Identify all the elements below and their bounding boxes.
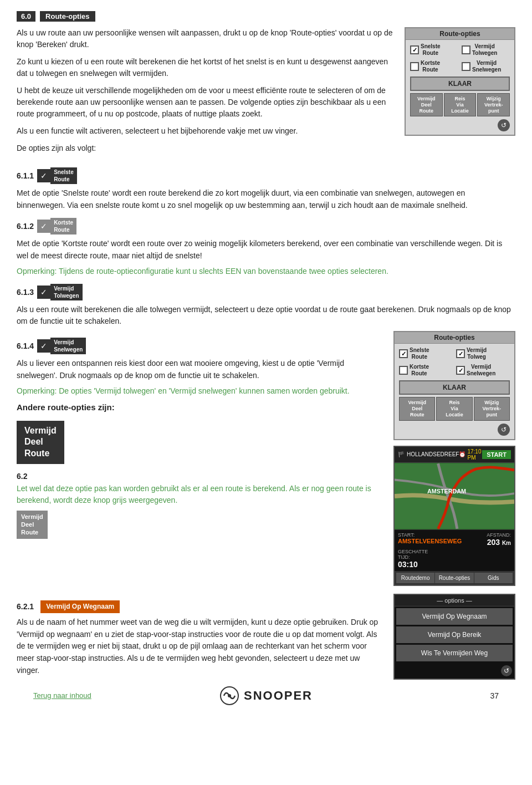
vermijd-deel-route-btn-1[interactable]: VermijdDeelRoute xyxy=(410,93,443,116)
section-613-number: 6.1.3 xyxy=(17,288,34,297)
vermijd-deel-route-btn-2[interactable]: VermijdDeelRoute xyxy=(399,397,435,420)
cb-vermijd-tolwegen-box[interactable] xyxy=(462,45,470,54)
cb2-snelste-route-box[interactable] xyxy=(399,349,408,358)
route-opties-btn[interactable]: Route-opties xyxy=(435,573,473,583)
cb2-vermijd-snelwegen[interactable]: VermijdSnelwegen xyxy=(456,364,510,377)
cb2-kortste-route-label: KortsteRoute xyxy=(410,364,429,377)
section-612-note: Opmerking: Tijdens de route-optieconfigu… xyxy=(17,266,515,277)
section-621-text: Als u de naam of het nummer weet van de … xyxy=(17,616,382,676)
wijzig-vertrekpunt-btn-1[interactable]: WijzigVertrek-punt xyxy=(477,93,510,116)
cb2-kortste-route[interactable]: KortsteRoute xyxy=(399,364,453,377)
vow-btn-2[interactable]: Vermijd Op Bereik xyxy=(396,626,513,643)
cb2-snelste-route[interactable]: SnelsteRoute xyxy=(399,347,453,360)
gids-btn[interactable]: Gids xyxy=(474,573,513,583)
vow-screen: — options — Vermijd Op Wegnaam Vermijd O… xyxy=(393,594,515,680)
cb2-vermijd-snelwegen-label: VermijdSnelwegen xyxy=(467,364,495,377)
nav-location-text: HOLLANDSEDREEF xyxy=(407,451,459,457)
nav-start-value: AMSTELVEENSEWEG xyxy=(398,538,462,544)
section-614-label: Vermijd Snelwegen xyxy=(50,338,86,354)
section-62-container: 6.2 Let wel dat deze optie pas kan worde… xyxy=(17,472,382,506)
cb2-vermijd-tol-box[interactable] xyxy=(456,349,465,358)
footer-logo: SNOOPER xyxy=(188,686,344,706)
nav-info-row: START: AMSTELVEENSEWEG AFSTAND: 203 Km xyxy=(398,532,511,547)
section-614-text: Als u liever een ontspannen reis kiest d… xyxy=(17,358,382,381)
section-612-header: 6.1.2 ✓ Kortste Route xyxy=(17,218,515,235)
section-611-label: Snelste Route xyxy=(50,167,77,184)
section-613-text: Als u een route wilt berekenen die alle … xyxy=(17,304,515,328)
cb-vermijd-snelwegen[interactable]: VermijdSnelwegen xyxy=(462,60,510,73)
vermijd-deel-route-small-btn[interactable]: Vermijd Deel Route xyxy=(17,511,48,539)
nav-tijd-label: GESCHATTETIJD: xyxy=(398,549,511,560)
vermijd-deel-route-big-btn[interactable]: Vermijd Deel Route xyxy=(17,421,64,464)
intro-para1: Als u uw route aan uw persoonlijke wense… xyxy=(17,27,393,50)
cb-snelste-route[interactable]: SnelsteRoute xyxy=(410,43,458,57)
svg-text:AMSTERDAM: AMSTERDAM xyxy=(427,488,466,495)
reis-via-locatie-btn-1[interactable]: ReisViaLocatie xyxy=(444,93,477,116)
svg-point-3 xyxy=(228,694,231,697)
cb-snelste-route-box[interactable] xyxy=(410,45,419,54)
cb-snelste-route-label: SnelsteRoute xyxy=(421,43,441,57)
checkbox-row-2a: SnelsteRoute VermijdTolweg xyxy=(399,347,510,360)
klaar-button-2[interactable]: KLAAR xyxy=(399,380,510,395)
section-621-left: 6.2.1 Vermijd Op Wegnaam Als u de naam o… xyxy=(17,594,382,680)
header-badge: Route-opties xyxy=(40,11,95,22)
cb2-vermijd-tol[interactable]: VermijdTolweg xyxy=(456,347,510,360)
device-screen-1-title: Route-opties xyxy=(406,28,514,40)
nav-info-panel: START: AMSTELVEENSEWEG AFSTAND: 203 Km xyxy=(395,529,514,571)
checkbox-row-1: SnelsteRoute VermijdTolwegen xyxy=(410,43,510,57)
vow-corner-btn[interactable]: ↺ xyxy=(501,665,512,676)
nav-afstand-value: 203 Km xyxy=(487,538,511,547)
checkbox-row-2b: KortsteRoute VermijdSnelwegen xyxy=(399,364,510,377)
vow-btn-3[interactable]: Wis Te Vermijden Weg xyxy=(396,645,513,661)
cb-vermijd-snelwegen-box[interactable] xyxy=(462,62,470,71)
checkbox-row-2: KortsteRoute VermijdSnelwegen xyxy=(410,60,510,73)
nav-afstand-info: AFSTAND: 203 Km xyxy=(487,532,511,547)
section-614-left: 6.1.4 ✓ Vermijd Snelwegen Als u liever e… xyxy=(17,331,382,585)
cb-vermijd-tolwegen[interactable]: VermijdTolwegen xyxy=(462,43,510,57)
cb2-kortste-route-box[interactable] xyxy=(399,366,408,375)
nav-tijd-value: 03:10 xyxy=(398,560,511,569)
vow-btn-1[interactable]: Vermijd Op Wegnaam xyxy=(396,608,513,625)
cb2-vermijd-snelwegen-box[interactable] xyxy=(456,366,465,375)
device-panel-1: Route-opties SnelsteRoute VermijdTolwege… xyxy=(405,27,515,160)
klaar-button-1[interactable]: KLAAR xyxy=(410,77,510,91)
section-612-number: 6.1.2 xyxy=(17,222,34,231)
nav-start-label: START: xyxy=(398,532,462,538)
cb-kortste-route-box[interactable] xyxy=(410,62,419,71)
nav-map: AMSTERDAM xyxy=(395,463,514,529)
section-614-header: 6.1.4 ✓ Vermijd Snelwegen xyxy=(17,338,382,354)
cb2-snelste-route-label: SnelsteRoute xyxy=(410,347,429,360)
intro-section: Als u uw route aan uw persoonlijke wense… xyxy=(17,27,515,160)
vermijd-op-wegnaam-badge[interactable]: Vermijd Op Wegnaam xyxy=(40,600,120,614)
nav-tijd-row: GESCHATTETIJD: 03:10 xyxy=(398,549,511,569)
section-611-text: Met de optie 'Snelste route' wordt een r… xyxy=(17,187,515,211)
routedemo-btn[interactable]: Routedemo xyxy=(396,573,434,583)
nav-afstand-label: AFSTAND: xyxy=(487,532,511,538)
nav-start-button[interactable]: START xyxy=(482,450,511,459)
device-screen-2: Route-opties SnelsteRoute VermijdTolweg xyxy=(393,331,515,440)
wijzig-vertrekpunt-btn-2[interactable]: WijzigVertrek-punt xyxy=(474,397,510,420)
section-62-number: 6.2 xyxy=(17,472,27,481)
footer: Terug naar inhoud SNOOPER 37 xyxy=(17,686,515,706)
footer-page-number: 37 xyxy=(490,691,499,700)
section-613-header: 6.1.3 ✓ Vermijd Tolwegen xyxy=(17,284,515,300)
section-612-label: Kortste Route xyxy=(50,218,76,235)
andere-heading: Andere route-opties zijn: xyxy=(17,402,382,412)
reis-via-locatie-btn-2[interactable]: ReisViaLocatie xyxy=(436,397,472,420)
nav-screen: 🏴 HOLLANDSEDREEF ⏰ 17:10 PM START xyxy=(393,446,515,586)
section-613-label: Vermijd Tolwegen xyxy=(50,284,82,300)
footer-link[interactable]: Terug naar inhoud xyxy=(33,691,188,700)
cb-kortste-route[interactable]: KortsteRoute xyxy=(410,60,458,73)
section-612-check-icon: ✓ xyxy=(37,220,50,233)
device-corner-icon-1: ↺ xyxy=(498,119,510,131)
vow-buttons: Vermijd Op Wegnaam Vermijd Op Bereik Wis… xyxy=(395,608,514,661)
nav-time: ⏰ 17:10 PM xyxy=(459,448,482,461)
section-614-note: Opmerking: De opties 'Vermijd tolwegen' … xyxy=(17,385,382,397)
section-614-right: Route-opties SnelsteRoute VermijdTolweg xyxy=(393,331,515,585)
section-621-header: 6.2.1 Vermijd Op Wegnaam xyxy=(17,600,382,614)
section-614-number: 6.1.4 xyxy=(17,341,34,350)
nav-top-bar: 🏴 HOLLANDSEDREEF ⏰ 17:10 PM START xyxy=(395,447,514,463)
section-62-text: Let wel dat deze optie pas kan worden ge… xyxy=(17,483,382,506)
cb2-vermijd-tol-label: VermijdTolweg xyxy=(467,347,487,360)
snooper-logo-icon xyxy=(219,686,239,706)
